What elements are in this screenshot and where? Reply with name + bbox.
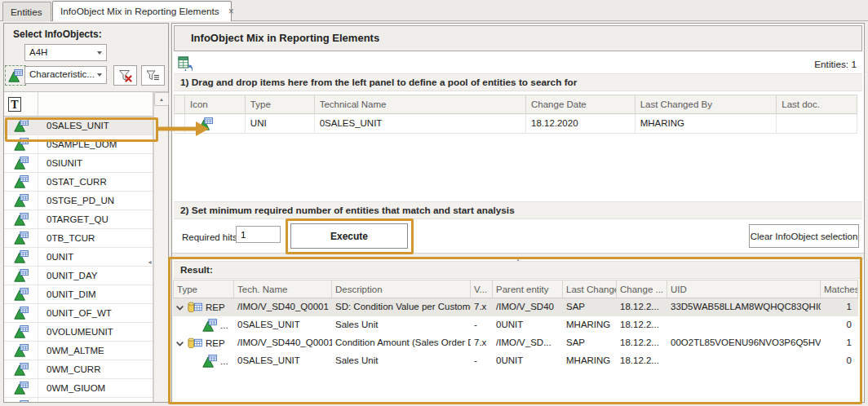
list-item[interactable]: 0SIUNIT — [4, 154, 153, 173]
system-dropdown[interactable]: A4H — [24, 44, 107, 61]
list-item[interactable]: 0UNIT_DAY — [4, 267, 153, 285]
result-row[interactable]: REP /IMO/V_SD440_Q0001 Condition Amount … — [173, 334, 858, 352]
unit-infoobject-icon — [202, 319, 217, 332]
column-header[interactable]: Matches — [821, 280, 858, 298]
excel-export-icon — [178, 56, 193, 71]
clear-filter-icon — [118, 69, 132, 82]
filter-menu-icon — [146, 69, 160, 82]
list-item[interactable]: 0SALES_UNIT — [4, 117, 153, 135]
unit-infoobject-icon — [14, 382, 29, 395]
list-item[interactable]: 0TB_TCUR — [4, 229, 153, 248]
column-header[interactable]: V... — [471, 280, 493, 298]
list-item[interactable]: 0VOLUMEUNIT — [4, 323, 153, 342]
unit-infoobject-icon — [14, 400, 29, 402]
unit-infoobject-icon — [14, 363, 29, 376]
list-header-row[interactable]: T — [4, 92, 153, 117]
column-header[interactable]: Type — [173, 280, 234, 298]
column-header[interactable]: Change Date — [526, 95, 636, 114]
filter-menu-button[interactable] — [141, 65, 165, 86]
column-header[interactable]: Last doc. — [777, 95, 857, 114]
required-hits-label: Required hits: — [182, 229, 240, 245]
column-header[interactable]: UID — [667, 280, 821, 298]
infoobject-type-button[interactable] — [5, 65, 26, 86]
list-scrollbar[interactable]: ▲ — [153, 92, 168, 402]
list-item[interactable]: 0WM_ALTME — [4, 342, 153, 360]
column-header[interactable]: Change ... — [617, 280, 667, 298]
tab-label: Entities — [11, 7, 42, 18]
unit-infoobject-icon — [14, 232, 29, 245]
report-icon — [188, 337, 202, 350]
unit-infoobject-icon — [14, 194, 29, 207]
tab-label: InfoObject Mix in Reporting Elements — [60, 6, 219, 17]
horizontal-splitter[interactable]: ▲ — [172, 253, 864, 259]
clear-infoobject-selection-button[interactable]: Clear InfoObject selection — [749, 224, 859, 248]
entities-count: Entities: 1 — [814, 59, 857, 70]
column-header[interactable]: Type — [246, 95, 315, 114]
column-header[interactable]: Tech. Name — [234, 280, 332, 298]
list-item[interactable]: 0STGE_PD_UN — [4, 192, 153, 210]
unit-infoobject-icon — [14, 138, 29, 151]
column-header[interactable]: Parent entity — [493, 280, 563, 298]
chevron-down-icon[interactable] — [175, 303, 184, 312]
unit-infoobject-icon — [14, 119, 29, 132]
infoobject-list: T 0SALES_UNIT 0SAMPLE_UOM 0SIUNIT 0STAT_… — [4, 92, 153, 402]
pool-table-header: Icon Type Technical Name Change Date Las… — [174, 95, 857, 114]
unit-infoobject-icon — [14, 344, 29, 357]
list-item[interactable]: 0UNIT_OF_WT — [4, 304, 153, 323]
list-item[interactable]: 0SAMPLE_UOM — [4, 135, 153, 154]
entity-pool-table: Icon Type Technical Name Change Date Las… — [174, 95, 857, 134]
infoobject-mix-panel: InfoObject Mix in Reporting Elements Ent… — [171, 23, 865, 403]
scroll-up-button[interactable]: ▲ — [154, 92, 169, 106]
page-title: InfoObject Mix in Reporting Elements — [191, 26, 379, 51]
unit-infoobject-icon — [14, 288, 29, 301]
list-item[interactable]: 0UNIT_DIM — [4, 285, 153, 304]
unit-infoobject-icon — [202, 355, 217, 368]
table-row[interactable]: UNI 0SALES_UNIT 18.12.2020 MHARING — [174, 114, 857, 134]
column-header[interactable]: Technical Name — [315, 95, 526, 114]
column-header[interactable]: Last Change... — [563, 280, 617, 298]
select-infoobjects-panel: Select InfoObjects: A4H Characteristic..… — [3, 23, 169, 403]
list-item-partial[interactable] — [4, 398, 153, 402]
export-to-excel-button[interactable] — [178, 56, 193, 71]
unit-infoobject-icon — [8, 69, 23, 82]
list-item[interactable]: 0UNIT — [4, 248, 153, 267]
infoobject-type-dropdown[interactable]: Characteristic... — [24, 66, 107, 84]
section2-header: 2) Set minimum required number of entiti… — [174, 201, 862, 219]
unit-infoobject-icon — [14, 213, 29, 226]
report-icon — [188, 301, 202, 314]
list-item[interactable]: 0WM_GIUOM — [4, 379, 153, 398]
page-title-box: InfoObject Mix in Reporting Elements — [174, 25, 862, 51]
unit-infoobject-icon — [14, 157, 29, 170]
section1-header: 1) Drag and drop items here from the lef… — [174, 73, 862, 91]
scroll-up-icon: ▲ — [159, 97, 164, 102]
tab-infoobject-mix[interactable]: InfoObject Mix in Reporting Elements × — [52, 1, 232, 21]
unit-infoobject-icon — [14, 175, 29, 188]
column-header[interactable]: Last Changed By — [636, 95, 777, 114]
unit-infoobject-icon — [198, 117, 213, 130]
list-item[interactable]: 0WM_CURR — [4, 360, 153, 379]
column-header[interactable]: Icon — [185, 95, 246, 114]
tab-entities[interactable]: Entities × — [2, 2, 51, 21]
text-filter-icon[interactable]: T — [8, 97, 21, 112]
close-icon[interactable]: × — [228, 7, 235, 15]
result-row[interactable]: ... 0SALES_UNIT Sales Unit - 0UNIT MHARI… — [173, 352, 858, 370]
column-header[interactable]: Description — [332, 280, 471, 298]
result-table: Type Tech. Name Description V... Parent … — [173, 280, 858, 370]
unit-infoobject-icon — [14, 250, 29, 263]
left-panel-title: Select InfoObjects: — [13, 29, 102, 40]
unit-infoobject-icon — [14, 325, 29, 338]
execute-button[interactable]: Execute — [290, 223, 408, 249]
result-table-header: Type Tech. Name Description V... Parent … — [173, 280, 858, 298]
unit-infoobject-icon — [14, 269, 29, 282]
required-hits-input[interactable] — [236, 226, 281, 243]
result-header: Result: — [174, 261, 862, 279]
tab-bar: Entities × InfoObject Mix in Reporting E… — [0, 0, 868, 21]
unit-infoobject-icon — [14, 307, 29, 320]
clear-filter-button[interactable] — [113, 65, 137, 86]
splitter-collapse-left-icon[interactable]: ◄ — [147, 259, 153, 265]
result-row[interactable]: ... 0SALES_UNIT Sales Unit - 0UNIT MHARI… — [173, 316, 858, 334]
list-item[interactable]: 0TARGET_QU — [4, 210, 153, 229]
chevron-down-icon[interactable] — [175, 339, 184, 348]
result-row[interactable]: REP /IMO/V_SD40_Q0001 SD: Condition Valu… — [173, 298, 858, 316]
list-item[interactable]: 0STAT_CURR — [4, 173, 153, 192]
